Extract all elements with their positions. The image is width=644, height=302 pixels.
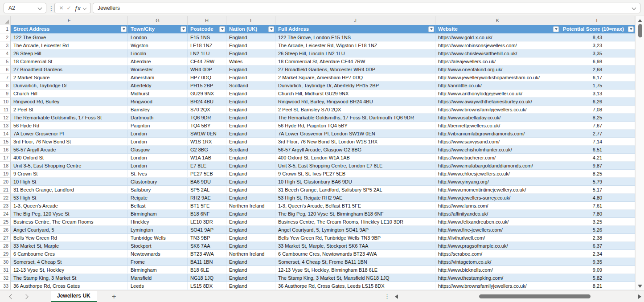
cell[interactable]: England [226,122,275,130]
cell[interactable]: BT1 5FE [188,202,226,210]
cell[interactable]: 6,17 [560,73,635,82]
row-header-5[interactable]: 5 [0,57,11,65]
cell[interactable]: 9,87 [560,162,635,170]
cell[interactable]: 5,79 [560,178,635,186]
cell[interactable]: BH24 4BU [188,98,226,106]
cell[interactable]: England [226,234,275,242]
cell[interactable]: 2 Market Square [11,73,128,82]
cell[interactable]: London [128,162,188,170]
cell[interactable]: Northern Ireland [226,250,275,258]
cell[interactable]: Aberfeldy [128,82,188,90]
cell[interactable]: SW1W 0EN [188,130,226,138]
cell[interactable]: http://www.felixandreuben.co.uk/ [435,218,560,226]
add-sheet-button[interactable]: + [112,292,116,301]
cell[interactable]: 56-57 Argyll Arcade [11,146,128,154]
cell[interactable]: Tunbridge Wells [128,234,188,242]
header-cell[interactable]: Full Address [275,25,435,33]
cell[interactable]: London [128,33,188,41]
cell[interactable]: 8,43 [560,33,635,41]
row-header-10[interactable]: 10 [0,98,11,106]
vertical-scrollbar-thumb[interactable] [638,24,642,37]
cell[interactable]: E7 8LE [188,162,226,170]
cell[interactable]: England [226,282,275,290]
cell[interactable]: Scotland [226,82,275,90]
cell[interactable]: https://www.chisholmhunter.co.uk/ [435,146,560,154]
cell[interactable]: Glasgow [128,146,188,154]
cell[interactable]: CF44 7RW [188,57,226,65]
cell[interactable]: https://www.savvysand.com/ [435,138,560,146]
cell[interactable]: Leeds [128,282,188,290]
row-header-2[interactable]: 2 [0,33,11,41]
cell[interactable]: Barnsley [128,106,188,114]
cell[interactable]: 56 Hyde Rd [11,122,128,130]
row-header-28[interactable]: 28 [0,242,11,250]
cell[interactable]: 26 Steep Hill [11,49,128,57]
cell[interactable]: England [226,49,275,57]
cell[interactable]: England [226,73,275,82]
scroll-right-icon[interactable] [638,294,641,299]
cell[interactable]: 8,25 [560,170,635,178]
header-cell[interactable]: Town/City [128,25,188,33]
cell[interactable]: 2 Market Square, Amersham HP7 0DQ [275,73,435,82]
cell[interactable]: 6,98 [560,57,635,65]
cell[interactable]: SP5 2AL [188,186,226,194]
row-header-25[interactable]: 25 [0,218,11,226]
cell[interactable]: 31 Beech Grange, Landford, Salisbury SP5… [275,186,435,194]
cell[interactable]: England [226,65,275,73]
column-header-F[interactable]: F [11,16,128,25]
sheet-tab-jewellers-uk[interactable]: Jewellers UK [51,291,97,302]
column-header-J[interactable]: J [275,16,435,25]
cell[interactable]: B18 6NF [188,210,226,218]
filter-dropdown-button[interactable] [219,26,225,32]
cell[interactable]: 6 Cambourne Cres, Newtownards BT23 4WA [275,250,435,258]
cell[interactable]: 6,26 [560,98,635,106]
cell[interactable]: http://bennettjewellers.co.uk/ [435,122,560,130]
cell[interactable]: England [226,186,275,194]
vertical-scrollbar[interactable] [635,16,644,291]
row-header-32[interactable]: 32 [0,274,11,282]
cell[interactable]: England [226,114,275,122]
cell[interactable]: BA6 9DU [188,178,226,186]
scroll-up-icon[interactable] [638,19,642,22]
cell[interactable]: W1A 1AB [188,154,226,162]
cell[interactable]: https://www.brownsfamilyjewellers.co.uk/ [435,106,560,114]
row-header-17[interactable]: 17 [0,154,11,162]
cell[interactable]: Dunvarlich, Taybridge Dr, Aberfeldy PH15… [275,82,435,90]
cell[interactable]: 3,25 [560,218,635,226]
row-header-24[interactable]: 24 [0,210,11,218]
cell[interactable]: Dartmouth [128,114,188,122]
cell[interactable]: 33 Market St, Marple [11,242,128,250]
cell[interactable]: 122 The Grove [11,33,128,41]
row-header-26[interactable]: 26 [0,226,11,234]
cell[interactable]: LN2 1LU [188,49,226,57]
cell[interactable]: Church Hill [11,90,128,98]
insert-function-icon[interactable]: ƒx [74,5,81,12]
cell[interactable]: 9,35 [560,258,635,266]
cell[interactable]: https://scraboe.com/ [435,250,560,258]
cell[interactable]: http://www.jewelleryworkshopamersham.co.… [435,73,560,82]
cell[interactable]: HP7 0DQ [188,73,226,82]
cell[interactable]: B18 6LE [188,266,226,274]
cell[interactable]: The Big Peg, 120 Vyse St, Birmingham B18… [275,210,435,218]
cell[interactable]: 9,09 [560,266,635,274]
cell[interactable]: The Stamp King, 3 Market St, Mansfield N… [275,274,435,282]
cell[interactable]: 2,34 [560,250,635,258]
cell[interactable]: Lincoln [128,49,188,57]
cell[interactable]: England [226,130,275,138]
cell[interactable]: England [226,162,275,170]
cell[interactable]: 5,82 [560,274,635,282]
cell[interactable]: http://www.pragsofmarple.co.uk/ [435,242,560,250]
cell[interactable]: https://www.gold-x.co.uk/ [435,33,560,41]
cell[interactable]: 53 High St [11,194,128,202]
cell[interactable]: Paignton [128,122,188,130]
row-header-18[interactable]: 18 [0,162,11,170]
cell[interactable]: 7,67 [560,122,635,130]
cell[interactable]: SO41 9AP [188,226,226,234]
cell[interactable]: The Stamp King, 3 Market St [11,274,128,282]
cell[interactable]: 400 Oxford St [11,154,128,162]
header-cell[interactable]: Website [435,25,560,33]
row-header-1[interactable]: 1 [0,25,11,33]
cell[interactable]: The Arcade, Leicester Rd [11,41,128,49]
cell[interactable]: Church Hill, Midhurst GU29 9NX [275,90,435,98]
cell[interactable]: Somerset, 4 Cheap St, Frome BA11 1BN [275,258,435,266]
